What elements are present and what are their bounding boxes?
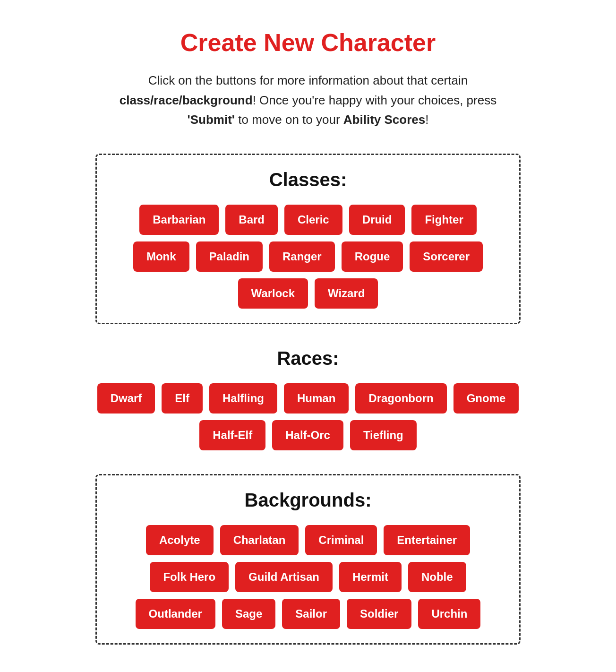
background-button-charlatan[interactable]: Charlatan <box>220 525 299 555</box>
background-button-entertainer[interactable]: Entertainer <box>384 525 470 555</box>
background-button-noble[interactable]: Noble <box>408 562 466 592</box>
class-button-cleric[interactable]: Cleric <box>284 205 342 235</box>
race-button-tiefling[interactable]: Tiefling <box>350 420 417 450</box>
class-button-fighter[interactable]: Fighter <box>411 205 476 235</box>
races-title: Races: <box>95 348 521 369</box>
races-buttons: DwarfElfHalflingHumanDragonbornGnomeHalf… <box>95 383 521 450</box>
races-section: Races: DwarfElfHalflingHumanDragonbornGn… <box>95 348 521 450</box>
classes-section: Classes: BarbarianBardClericDruidFighter… <box>95 154 521 324</box>
class-button-wizard[interactable]: Wizard <box>315 278 378 309</box>
class-button-sorcerer[interactable]: Sorcerer <box>410 241 483 272</box>
background-button-hermit[interactable]: Hermit <box>339 562 402 592</box>
class-button-barbarian[interactable]: Barbarian <box>139 205 219 235</box>
background-button-acolyte[interactable]: Acolyte <box>146 525 214 555</box>
class-button-rogue[interactable]: Rogue <box>342 241 403 272</box>
race-button-halfling[interactable]: Halfling <box>209 383 277 414</box>
race-button-half-orc[interactable]: Half-Orc <box>272 420 343 450</box>
background-button-guild-artisan[interactable]: Guild Artisan <box>235 562 333 592</box>
page-title: Create New Character <box>180 28 436 57</box>
class-button-druid[interactable]: Druid <box>349 205 405 235</box>
class-button-warlock[interactable]: Warlock <box>238 278 308 309</box>
page-description: Click on the buttons for more informatio… <box>119 71 497 130</box>
race-button-elf[interactable]: Elf <box>162 383 203 414</box>
background-button-sailor[interactable]: Sailor <box>282 599 340 629</box>
race-button-half-elf[interactable]: Half-Elf <box>199 420 265 450</box>
background-button-criminal[interactable]: Criminal <box>305 525 377 555</box>
background-button-urchin[interactable]: Urchin <box>418 599 480 629</box>
backgrounds-title: Backgrounds: <box>116 490 500 511</box>
race-button-dragonborn[interactable]: Dragonborn <box>355 383 446 414</box>
backgrounds-buttons: AcolyteCharlatanCriminalEntertainerFolk … <box>116 525 500 629</box>
race-button-dwarf[interactable]: Dwarf <box>97 383 155 414</box>
background-button-soldier[interactable]: Soldier <box>347 599 411 629</box>
classes-buttons: BarbarianBardClericDruidFighterMonkPalad… <box>116 205 500 309</box>
race-button-gnome[interactable]: Gnome <box>453 383 519 414</box>
class-button-ranger[interactable]: Ranger <box>269 241 335 272</box>
background-button-folk-hero[interactable]: Folk Hero <box>150 562 229 592</box>
class-button-paladin[interactable]: Paladin <box>196 241 263 272</box>
class-button-bard[interactable]: Bard <box>225 205 278 235</box>
class-button-monk[interactable]: Monk <box>133 241 189 272</box>
race-button-human[interactable]: Human <box>284 383 349 414</box>
classes-title: Classes: <box>116 169 500 190</box>
background-button-sage[interactable]: Sage <box>222 599 275 629</box>
background-button-outlander[interactable]: Outlander <box>136 599 215 629</box>
backgrounds-section: Backgrounds: AcolyteCharlatanCriminalEnt… <box>95 474 521 645</box>
